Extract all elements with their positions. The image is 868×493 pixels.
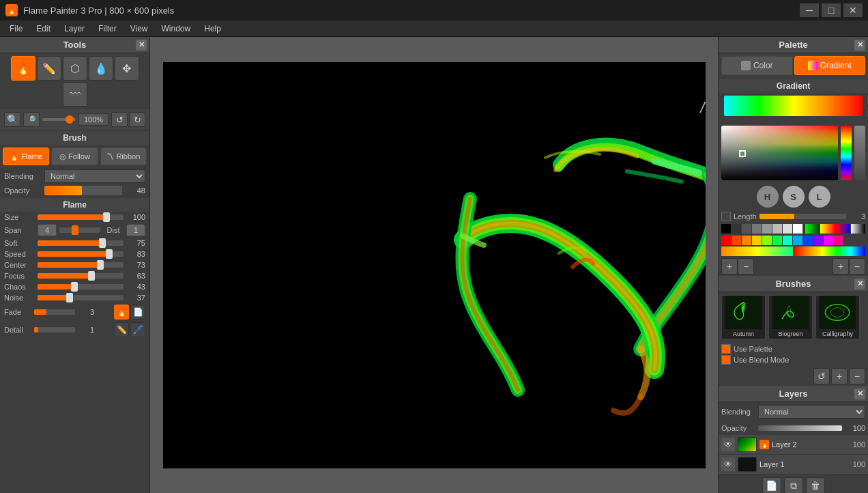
menu-file[interactable]: File (3, 23, 29, 35)
swatch-silver[interactable] (783, 224, 792, 234)
swatch-magenta[interactable] (824, 236, 833, 245)
swatch-midgray[interactable] (752, 224, 762, 234)
menu-help[interactable]: Help (197, 23, 228, 35)
color-hue-spectrum[interactable]: + (721, 126, 838, 180)
swatch-redorange[interactable] (732, 236, 741, 245)
focus-slider[interactable] (38, 273, 124, 279)
zoom-thumb[interactable] (66, 115, 74, 124)
swatch-black[interactable] (721, 224, 731, 234)
focus-thumb[interactable] (88, 271, 95, 281)
layers-blend-select[interactable]: Normal Multiply Screen (758, 405, 865, 419)
speed-thumb[interactable] (106, 249, 113, 259)
center-slider[interactable] (38, 262, 124, 268)
tool-transform[interactable]: ✥ (115, 56, 139, 81)
gradient-preset-2[interactable] (820, 224, 835, 234)
swatch-violet[interactable] (813, 236, 823, 245)
zoom-out-button[interactable]: 🔍 (4, 112, 20, 127)
brush-calligraphy[interactable]: Calligraphy (815, 295, 860, 339)
minimize-button[interactable]: ─ (800, 3, 819, 17)
soft-slider[interactable] (38, 240, 124, 246)
layer-1-eye[interactable]: 👁 (721, 457, 735, 471)
grad-preset-a[interactable] (721, 246, 793, 256)
swatch-skyblue[interactable] (793, 236, 802, 245)
swatch-yellow[interactable] (752, 236, 762, 245)
speed-slider[interactable] (38, 251, 124, 257)
swatch-remove-btn[interactable]: − (738, 258, 754, 274)
swatch-orange[interactable] (742, 236, 751, 245)
length-slider[interactable] (760, 214, 846, 219)
saturation-slider[interactable] (854, 126, 865, 180)
swatch-darkgray[interactable] (742, 224, 751, 234)
layers-opacity-slider[interactable] (758, 425, 842, 431)
use-palette-checkbox[interactable] (721, 344, 731, 354)
layer-new-btn[interactable]: 📄 (762, 477, 781, 493)
swatch-add2-btn[interactable]: + (833, 258, 849, 274)
detail-icon-1[interactable]: ✏️ (114, 322, 129, 337)
tool-lasso[interactable]: ⬡ (63, 56, 87, 81)
brush-autumn[interactable]: Autumn (721, 295, 766, 339)
l-button[interactable]: L (809, 186, 830, 208)
layer-delete-btn[interactable]: 🗑 (806, 477, 825, 493)
gradient-preset-4[interactable] (851, 224, 865, 234)
swatch-lime[interactable] (762, 236, 772, 245)
menu-window[interactable]: Window (155, 23, 198, 35)
gradient-preset-1[interactable] (805, 224, 820, 234)
swatch-teal[interactable] (783, 236, 792, 245)
menu-view[interactable]: View (124, 23, 155, 35)
layer-item-1[interactable]: 👁 Layer 1 100 (719, 455, 868, 475)
layers-panel-close[interactable]: ✕ (854, 389, 865, 399)
layer-2-eye[interactable]: 👁 (721, 438, 735, 451)
brush-mode-flame[interactable]: 🔥 Flame (3, 147, 49, 165)
size-thumb[interactable] (103, 212, 110, 222)
maximize-button[interactable]: □ (822, 3, 841, 17)
zoom-slider[interactable] (42, 118, 76, 121)
swatch-green[interactable] (772, 236, 782, 245)
palette-panel-close[interactable]: ✕ (854, 40, 865, 51)
layer-item-2[interactable]: 👁 🔥 Layer 2 100 (719, 435, 868, 455)
swatch-white[interactable] (793, 224, 802, 234)
use-blend-checkbox[interactable] (721, 355, 731, 365)
swatch-add-btn[interactable]: + (721, 258, 738, 274)
chaos-thumb[interactable] (71, 282, 78, 292)
noise-thumb[interactable] (66, 293, 73, 302)
menu-filter[interactable]: Filter (91, 23, 124, 35)
brushes-panel-close[interactable]: ✕ (854, 279, 865, 290)
length-checkbox[interactable] (721, 212, 731, 221)
gradient-bar[interactable] (724, 96, 863, 116)
swatch-red[interactable] (721, 236, 731, 245)
center-thumb[interactable] (97, 260, 104, 270)
hue-slider[interactable] (841, 126, 852, 180)
detail-icon-2[interactable]: 🖊️ (130, 322, 145, 337)
span-thumb[interactable] (72, 225, 78, 235)
fade-slider[interactable] (34, 309, 75, 315)
s-button[interactable]: S (783, 186, 805, 208)
swatch-dark[interactable] (732, 224, 741, 234)
blending-select[interactable]: Normal Multiply Screen Overlay (44, 169, 145, 183)
brush-refresh-btn[interactable]: ↺ (813, 368, 830, 384)
span-slider[interactable] (59, 227, 100, 233)
swatch-pink[interactable] (834, 236, 843, 245)
soft-thumb[interactable] (99, 238, 106, 248)
gradient-mode-btn[interactable]: Gradient (794, 56, 866, 75)
grad-preset-b[interactable] (794, 246, 865, 256)
h-button[interactable]: H (757, 186, 779, 208)
close-button[interactable]: ✕ (843, 3, 863, 17)
zoom-reset-button[interactable]: ↺ (111, 112, 128, 127)
menu-edit[interactable]: Edit (29, 23, 57, 35)
brush-mode-follow[interactable]: ◎ Follow (51, 147, 98, 165)
brush-mode-ribbon[interactable]: 〽 Ribbon (100, 147, 147, 165)
brush-biogreen[interactable]: Biogreen (768, 295, 813, 339)
zoom-in-button[interactable]: 🔎 (23, 112, 40, 127)
swatch-lightgray[interactable] (772, 224, 782, 234)
swatch-remove2-btn[interactable]: − (849, 258, 865, 274)
brush-add-btn[interactable]: + (831, 368, 848, 384)
color-mode-btn[interactable]: Color (721, 56, 793, 75)
brush-remove-btn[interactable]: − (849, 368, 865, 384)
tool-wave[interactable]: 〰 (63, 82, 87, 107)
detail-slider[interactable] (34, 327, 75, 333)
swatch-blue[interactable] (803, 236, 813, 245)
gradient-editor[interactable]: ⬆ ⬇ (721, 94, 865, 117)
fade-icon-1[interactable]: 🔥 (114, 305, 129, 320)
tool-pen[interactable]: ✏️ (37, 56, 61, 81)
size-slider[interactable] (38, 214, 124, 220)
